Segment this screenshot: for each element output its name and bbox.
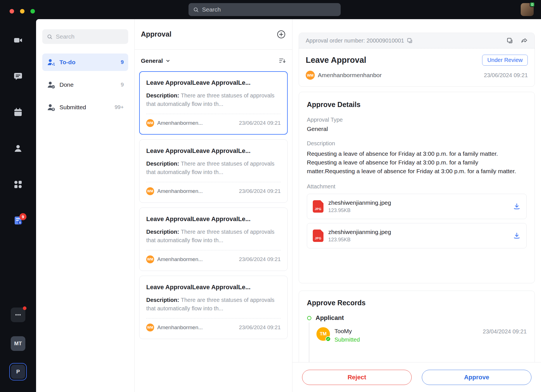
close-button[interactable] (10, 9, 14, 14)
jpg-file-icon: JPG (313, 230, 323, 242)
card-description: Description:There are three statuses of … (146, 159, 281, 176)
sidebar-item-count: 9 (121, 59, 124, 65)
attachment-size: 123.95KB (328, 237, 391, 243)
minimize-button[interactable] (20, 9, 25, 14)
user-avatar[interactable] (521, 3, 534, 16)
card-author: Amenhanbormen... (157, 120, 203, 126)
search-icon (193, 7, 199, 13)
avatar: WM (146, 255, 154, 263)
notification-dot (23, 306, 26, 310)
page-title: Approval (141, 30, 171, 38)
approval-card[interactable]: Leave ApprovalLeave ApprovalLe... Descri… (139, 71, 288, 135)
sidebar-item-done[interactable]: Done 9 (42, 76, 128, 93)
copy-icon[interactable] (506, 37, 513, 44)
dashed-divider (146, 318, 281, 318)
approval-nav-panel: To-do 9 Done 9 Submitted 99+ (36, 19, 135, 392)
card-time: 23/06/2024 09:21 (239, 188, 281, 194)
approve-button[interactable]: Approve (422, 370, 531, 385)
card-title: Leave ApprovalLeave ApprovalLe... (146, 283, 281, 291)
zoom-button[interactable] (30, 9, 35, 14)
sidebar-item-count: 99+ (115, 104, 124, 110)
attachment-item[interactable]: JPG zheshiwenjianming.jpeg 123.95KB (307, 194, 527, 219)
global-search-input[interactable] (202, 6, 336, 13)
requester-name: Amenhanbormenhanbor (318, 72, 382, 79)
card-description: Description:There are three statuses of … (146, 228, 281, 244)
dashed-divider (146, 114, 281, 114)
reject-button[interactable]: Reject (302, 370, 412, 385)
card-time: 23/06/2024 09:21 (239, 324, 281, 331)
submitted-icon (47, 103, 55, 112)
messages-icon[interactable] (13, 72, 23, 81)
forward-icon[interactable] (521, 37, 528, 44)
card-description: Description:There are three statuses of … (146, 296, 281, 313)
section-heading: Approve Details (307, 101, 527, 109)
card-title: Leave ApprovalLeave ApprovalLe... (146, 147, 281, 155)
approval-type-label: Approval Type (307, 117, 527, 123)
workplace-icon[interactable] (13, 180, 23, 189)
sidebar-item-todo[interactable]: To-do 9 (42, 54, 128, 71)
contacts-icon[interactable] (13, 144, 23, 153)
record-time: 23/04/2024 09:21 (483, 328, 527, 335)
download-icon[interactable] (513, 232, 521, 240)
attachment-size: 123.95KB (328, 208, 391, 213)
approval-list-panel: Approval General Leave ApprovalLeave App… (135, 19, 292, 392)
approval-card[interactable]: Leave ApprovalLeave ApprovalLe... Descri… (139, 139, 288, 203)
card-time: 23/06/2024 09:21 (239, 120, 281, 126)
workspace-avatar-p: P (11, 365, 25, 379)
sort-icon[interactable] (278, 57, 286, 64)
nav-search[interactable] (42, 29, 128, 44)
request-time: 23/06/2024 09:21 (484, 72, 528, 79)
copy-order-number-icon[interactable] (407, 37, 413, 44)
sidebar-item-label: Submitted (59, 104, 86, 111)
filter-dropdown[interactable]: General (141, 57, 170, 64)
nav-search-input[interactable] (56, 33, 124, 40)
card-author: Amenhanbormen... (157, 324, 203, 331)
attachment-item[interactable]: JPG zheshiwenjianming.jpeg 123.95KB (307, 223, 527, 248)
more-apps-button[interactable] (11, 308, 25, 322)
card-author: Amenhanbormen... (157, 188, 203, 194)
sidebar-item-submitted[interactable]: Submitted 99+ (42, 99, 128, 116)
workspace-avatar-mt[interactable]: MT (11, 336, 25, 351)
global-search[interactable] (189, 3, 341, 16)
attachment-filename: zheshiwenjianming.jpeg (328, 229, 391, 235)
download-icon[interactable] (513, 202, 521, 210)
order-number: Approval order number: 200009010001 (306, 37, 404, 44)
calendar-icon[interactable] (13, 108, 23, 117)
window-controls (10, 9, 35, 14)
requester-avatar: WM (306, 71, 315, 80)
create-approval-button[interactable] (276, 30, 286, 39)
approve-details-card: Approve Details Approval Type General De… (299, 92, 535, 283)
approval-app-icon[interactable]: 9 (13, 216, 23, 225)
done-icon (47, 81, 55, 89)
approval-badge: 9 (19, 213, 26, 220)
filter-label: General (141, 57, 163, 64)
description-label: Description (307, 140, 527, 147)
card-description: Description:There are three statuses of … (146, 91, 281, 108)
dashed-divider (146, 250, 281, 250)
status-badge: Under Review (482, 55, 528, 66)
applicant-avatar: TM (316, 327, 330, 341)
avatar: WM (146, 119, 154, 127)
approval-card[interactable]: Leave ApprovalLeave ApprovalLe... Descri… (139, 208, 288, 271)
ellipsis-icon (14, 311, 22, 319)
titlebar (0, 0, 541, 19)
todo-icon (47, 58, 55, 66)
detail-header-card: Approval order number: 200009010001 (299, 33, 535, 87)
workspace-avatar-p-selected[interactable]: P (9, 363, 27, 380)
video-call-icon[interactable] (13, 35, 23, 45)
approval-detail-panel: Approval order number: 200009010001 (292, 19, 541, 392)
attachment-label: Attachment (307, 183, 527, 190)
action-bar: Reject Approve (292, 362, 541, 392)
attachment-filename: zheshiwenjianming.jpeg (328, 199, 391, 206)
detail-title: Leave Approval (306, 55, 366, 65)
card-title: Leave ApprovalLeave ApprovalLe... (146, 215, 281, 223)
avatar: WM (146, 324, 154, 331)
sidebar-item-count: 9 (121, 82, 124, 88)
search-icon (47, 34, 53, 40)
approval-card[interactable]: Leave ApprovalLeave ApprovalLe... Descri… (139, 276, 288, 339)
device-status-icon (530, 2, 535, 7)
chevron-down-icon (165, 58, 170, 63)
approval-type-value: General (307, 126, 527, 132)
card-author: Amenhanbormen... (157, 256, 203, 262)
section-heading: Approve Records (307, 299, 527, 307)
